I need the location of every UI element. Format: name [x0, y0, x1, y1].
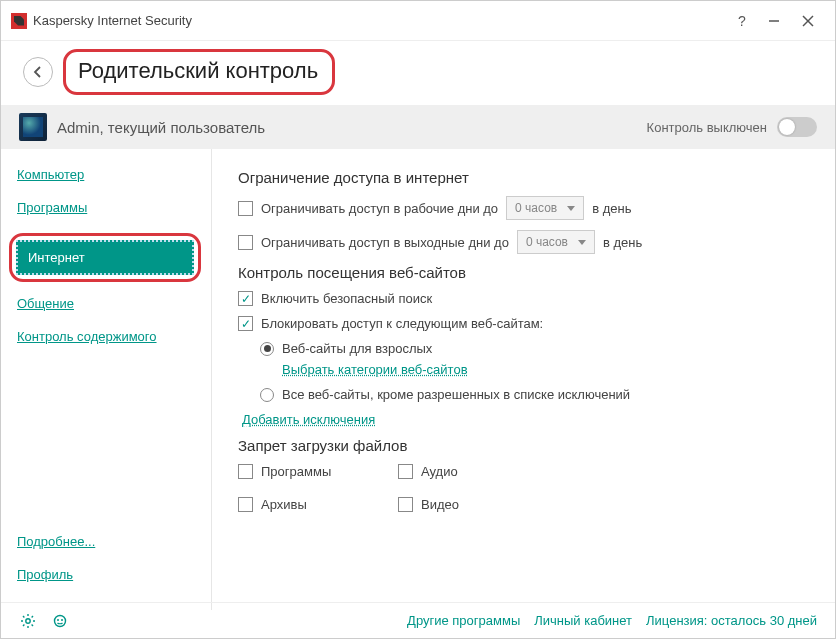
download-ban-grid: Программы Аудио Архивы Видео — [238, 464, 815, 522]
checkbox-limit-weekday[interactable] — [238, 201, 253, 216]
label-dl-audio: Аудио — [421, 464, 458, 479]
label-per-day-1: в день — [592, 201, 631, 216]
sidebar: Компьютер Программы Интернет Общение Кон… — [1, 149, 211, 610]
section-download-ban-title: Запрет загрузки файлов — [238, 437, 815, 454]
title-bar: Kaspersky Internet Security ? — [1, 1, 835, 41]
section-internet-limit-title: Ограничение доступа в интернет — [238, 169, 815, 186]
footer-other-programs[interactable]: Другие программы — [407, 613, 520, 628]
dropdown-weekend-hours[interactable]: 0 часов — [517, 230, 595, 254]
sidebar-item-internet[interactable]: Интернет — [16, 240, 194, 275]
row-limit-weekday: Ограничивать доступ в рабочие дни до 0 ч… — [238, 196, 815, 220]
svg-point-5 — [57, 619, 59, 621]
support-icon[interactable] — [51, 612, 69, 630]
sidebar-active-highlight: Интернет — [9, 233, 201, 282]
label-dl-programs: Программы — [261, 464, 331, 479]
svg-point-6 — [61, 619, 63, 621]
checkbox-block-sites[interactable] — [238, 316, 253, 331]
body: Компьютер Программы Интернет Общение Кон… — [1, 149, 835, 610]
label-block-sites: Блокировать доступ к следующим веб-сайта… — [261, 316, 543, 331]
page-header: Родительский контроль — [1, 41, 835, 105]
radio-all-sites[interactable] — [260, 388, 274, 402]
sidebar-item-content[interactable]: Контроль содержимого — [17, 329, 195, 344]
footer: Другие программы Личный кабинет Лицензия… — [1, 602, 835, 638]
page-title: Родительский контроль — [78, 58, 318, 84]
user-row: Admin, текущий пользователь Контроль вык… — [1, 105, 835, 149]
link-add-exclusions[interactable]: Добавить исключения — [242, 412, 375, 427]
user-label: Admin, текущий пользователь — [57, 119, 647, 136]
link-select-categories[interactable]: Выбрать категории веб-сайтов — [282, 362, 468, 377]
minimize-icon — [768, 15, 780, 27]
row-dl-video: Видео — [398, 497, 548, 512]
label-dl-archives: Архивы — [261, 497, 307, 512]
label-limit-weekday: Ограничивать доступ в рабочие дни до — [261, 201, 498, 216]
row-block-sites: Блокировать доступ к следующим веб-сайта… — [238, 316, 815, 331]
checkbox-limit-weekend[interactable] — [238, 235, 253, 250]
row-dl-audio: Аудио — [398, 464, 548, 479]
back-button[interactable] — [23, 57, 53, 87]
checkbox-dl-video[interactable] — [398, 497, 413, 512]
close-icon — [802, 15, 814, 27]
row-categories-link: Выбрать категории веб-сайтов — [282, 362, 815, 377]
app-title: Kaspersky Internet Security — [33, 13, 727, 28]
section-web-control-title: Контроль посещения веб-сайтов — [238, 264, 815, 281]
row-radio-all: Все веб-сайты, кроме разрешенных в списк… — [260, 387, 815, 402]
avatar — [19, 113, 47, 141]
app-icon — [11, 13, 27, 29]
label-radio-adult: Веб-сайты для взрослых — [282, 341, 432, 356]
checkbox-dl-archives[interactable] — [238, 497, 253, 512]
help-button[interactable]: ? — [727, 5, 757, 37]
arrow-left-icon — [31, 65, 45, 79]
row-dl-programs: Программы — [238, 464, 388, 479]
checkbox-dl-programs[interactable] — [238, 464, 253, 479]
content: Ограничение доступа в интернет Ограничив… — [211, 149, 835, 610]
checkbox-dl-audio[interactable] — [398, 464, 413, 479]
close-button[interactable] — [791, 5, 825, 37]
sidebar-item-programs[interactable]: Программы — [17, 200, 195, 215]
control-toggle[interactable] — [777, 117, 817, 137]
minimize-button[interactable] — [757, 5, 791, 37]
label-per-day-2: в день — [603, 235, 642, 250]
footer-cabinet[interactable]: Личный кабинет — [534, 613, 632, 628]
label-radio-all: Все веб-сайты, кроме разрешенных в списк… — [282, 387, 630, 402]
sidebar-more-link[interactable]: Подробнее... — [17, 534, 195, 549]
row-safe-search: Включить безопасный поиск — [238, 291, 815, 306]
control-toggle-wrap: Контроль выключен — [647, 117, 817, 137]
gear-icon[interactable] — [19, 612, 37, 630]
radio-adult-sites[interactable] — [260, 342, 274, 356]
svg-point-3 — [26, 618, 30, 622]
dropdown-weekday-hours[interactable]: 0 часов — [506, 196, 584, 220]
page-title-highlight: Родительский контроль — [63, 49, 335, 95]
row-radio-adult: Веб-сайты для взрослых — [260, 341, 815, 356]
footer-license[interactable]: Лицензия: осталось 30 дней — [646, 613, 817, 628]
sidebar-item-chat[interactable]: Общение — [17, 296, 195, 311]
label-safe-search: Включить безопасный поиск — [261, 291, 432, 306]
toggle-label: Контроль выключен — [647, 120, 767, 135]
sidebar-item-computer[interactable]: Компьютер — [17, 167, 195, 182]
row-dl-archives: Архивы — [238, 497, 388, 512]
sidebar-profile-link[interactable]: Профиль — [17, 567, 195, 582]
label-limit-weekend: Ограничивать доступ в выходные дни до — [261, 235, 509, 250]
label-dl-video: Видео — [421, 497, 459, 512]
svg-point-4 — [55, 615, 66, 626]
row-limit-weekend: Ограничивать доступ в выходные дни до 0 … — [238, 230, 815, 254]
row-exclusions-link: Добавить исключения — [242, 412, 815, 427]
checkbox-safe-search[interactable] — [238, 291, 253, 306]
